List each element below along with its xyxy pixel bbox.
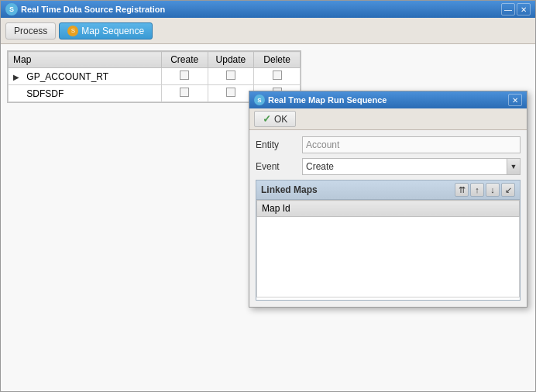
entity-input[interactable] bbox=[302, 136, 521, 153]
move-up-button[interactable]: ↑ bbox=[470, 183, 484, 197]
modal-body: Entity Event Create Update Delete ▼ bbox=[249, 130, 527, 307]
map-id-column: Map Id bbox=[257, 201, 520, 217]
modal-toolbar: ✓ OK bbox=[249, 108, 527, 130]
content-area: Map Create Update Delete ▶ GP_ACCOUNT_RT bbox=[1, 44, 535, 391]
map-sequence-label: Map Sequence bbox=[81, 26, 144, 36]
entity-row: Entity bbox=[256, 136, 521, 153]
modal-app-icon: S bbox=[254, 95, 265, 105]
entity-label: Entity bbox=[256, 139, 302, 150]
linked-maps-table: Map Id bbox=[256, 200, 521, 301]
linked-maps-actions: ⇈ ↑ ↓ ↙ bbox=[455, 183, 515, 197]
minimize-button[interactable]: — bbox=[501, 3, 515, 15]
title-bar-left: S Real Time Data Source Registration bbox=[5, 3, 165, 15]
app-icon: S bbox=[5, 3, 18, 15]
ok-icon: ✓ bbox=[263, 113, 271, 125]
move-top-button[interactable]: ⇈ bbox=[455, 183, 469, 197]
event-select[interactable]: Create Update Delete bbox=[302, 158, 521, 175]
event-row: Event Create Update Delete ▼ bbox=[256, 158, 521, 175]
empty-row bbox=[257, 217, 520, 297]
ok-button[interactable]: ✓ OK bbox=[254, 111, 296, 127]
empty-cell bbox=[257, 217, 520, 297]
close-button[interactable]: ✕ bbox=[517, 3, 531, 15]
event-label: Event bbox=[256, 161, 302, 172]
modal-title-bar: S Real Tme Map Run Sequence ✕ bbox=[249, 91, 527, 108]
main-toolbar: Process S Map Sequence bbox=[1, 18, 535, 44]
modal-title: Real Tme Map Run Sequence bbox=[268, 95, 387, 105]
title-controls: — ✕ bbox=[501, 3, 531, 15]
event-select-wrapper: Create Update Delete ▼ bbox=[302, 158, 521, 175]
move-down-button[interactable]: ↓ bbox=[486, 183, 500, 197]
linked-maps-label: Linked Maps bbox=[261, 184, 318, 195]
linked-maps-header: Linked Maps ⇈ ↑ ↓ ↙ bbox=[256, 180, 521, 200]
main-window: S Real Time Data Source Registration — ✕… bbox=[0, 0, 536, 392]
ok-label: OK bbox=[274, 114, 287, 125]
modal-overlay: S Real Tme Map Run Sequence ✕ ✓ OK bbox=[1, 44, 535, 391]
modal-title-left: S Real Tme Map Run Sequence bbox=[254, 95, 387, 105]
process-tab-label: Process bbox=[14, 26, 47, 36]
map-sequence-tab[interactable]: S Map Sequence bbox=[59, 22, 153, 40]
main-window-title: Real Time Data Source Registration bbox=[21, 5, 165, 14]
modal-dialog: S Real Tme Map Run Sequence ✕ ✓ OK bbox=[249, 91, 527, 308]
map-sequence-icon: S bbox=[67, 26, 78, 36]
process-tab[interactable]: Process bbox=[5, 22, 56, 40]
link-button[interactable]: ↙ bbox=[501, 183, 515, 197]
main-title-bar: S Real Time Data Source Registration — ✕ bbox=[1, 1, 535, 18]
modal-close-button[interactable]: ✕ bbox=[508, 94, 522, 106]
